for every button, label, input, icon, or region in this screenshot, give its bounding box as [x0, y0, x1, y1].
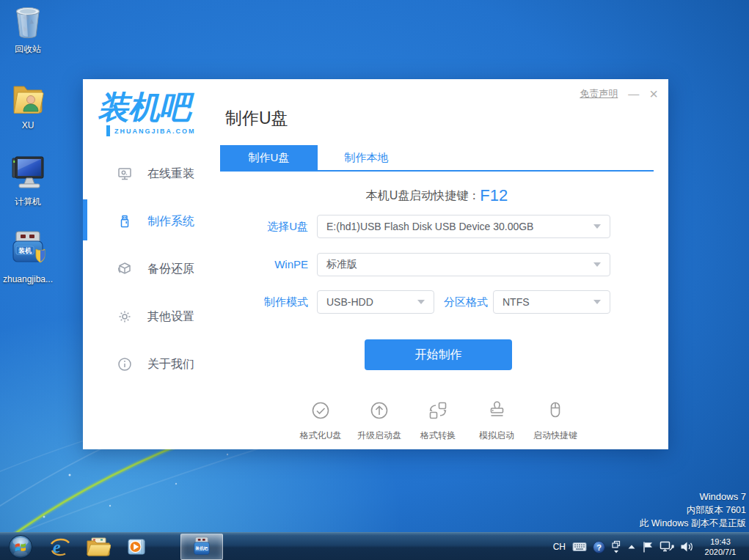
- desktop-icon-zhuangjiba[interactable]: 装机 zhuangjiba...: [0, 230, 56, 284]
- usb-select-dropdown[interactable]: E:(hd1)USB Flash Disk USB Device 30.00GB: [317, 215, 610, 238]
- windows-start-icon: [8, 534, 33, 559]
- language-bar-options-icon[interactable]: [608, 533, 624, 560]
- desktop-icon-label: XU: [0, 121, 56, 130]
- partition-format-label: 分区格式: [424, 290, 488, 314]
- minimize-button[interactable]: —: [628, 86, 639, 101]
- tool-upgrade-boot-disk[interactable]: 升级启动盘: [350, 399, 409, 442]
- usb-select-value: E:(hd1)USB Flash Disk USB Device 30.00GB: [326, 221, 533, 232]
- info-icon: [117, 356, 133, 372]
- input-help-icon[interactable]: ?: [590, 533, 608, 560]
- input-language-indicator[interactable]: CH: [549, 533, 569, 560]
- watermark-line: 内部版本 7601: [640, 504, 746, 517]
- keyboard-layout-icon[interactable]: [569, 533, 590, 560]
- tab-underline: [220, 170, 654, 172]
- disclaimer-link[interactable]: 免责声明: [580, 87, 618, 100]
- folder-icon: [86, 536, 111, 558]
- boot-hotkey-value: F12: [480, 186, 508, 205]
- zhuangjiba-app-window: 装机吧 ZHUANGJIBA.COM 制作U盘 免责声明 — × 在线重装 制作…: [83, 79, 668, 449]
- clock-time: 19:43: [696, 537, 745, 547]
- stamp-icon: [486, 399, 508, 421]
- desktop-icon-computer[interactable]: 计算机: [0, 155, 56, 207]
- sidebar-item-online-reinstall[interactable]: 在线重装: [83, 161, 222, 187]
- sidebar-item-make-system[interactable]: 制作系统: [83, 208, 222, 235]
- tool-format-convert[interactable]: 格式转换: [409, 399, 467, 442]
- usb-app-icon: 装机: [10, 230, 46, 270]
- taskbar-ie-button[interactable]: e: [41, 533, 79, 560]
- tab-label: 制作U盘: [249, 151, 290, 163]
- svg-text:装机: 装机: [18, 247, 32, 254]
- sidebar-item-label: 关于我们: [147, 357, 194, 372]
- winpe-value: 标准版: [326, 258, 357, 271]
- sidebar-item-label: 在线重装: [147, 166, 194, 182]
- tool-label: 格式化U盘: [291, 430, 350, 442]
- action-center-flag-icon[interactable]: [639, 533, 657, 560]
- boot-hotkey-line: 本机U盘启动快捷键：F12: [220, 186, 654, 205]
- desktop-icon-xu-folder[interactable]: XU: [0, 81, 56, 130]
- close-button[interactable]: ×: [649, 86, 658, 101]
- tool-label: 格式转换: [409, 430, 467, 442]
- make-mode-value: USB-HDD: [326, 296, 373, 308]
- make-mode-dropdown[interactable]: USB-HDD: [317, 290, 434, 314]
- recycle-bin-icon: [12, 4, 44, 40]
- taskbar-explorer-button[interactable]: [79, 533, 117, 560]
- winpe-label: WinPE: [230, 253, 308, 276]
- taskbar-app-label: 装机吧: [194, 546, 208, 551]
- app-logo-text: 装机吧: [98, 89, 215, 125]
- usb-app-icon: 装机吧: [192, 536, 211, 558]
- tool-boot-hotkey[interactable]: 启动快捷键: [526, 399, 585, 442]
- svg-text:?: ?: [596, 542, 602, 551]
- tool-simulate-boot[interactable]: 模拟启动: [467, 399, 526, 442]
- desktop-icon-label: 计算机: [0, 197, 56, 207]
- taskbar-zhuangjiba-app[interactable]: 装机吧: [180, 534, 223, 560]
- start-button-orb[interactable]: [0, 533, 41, 560]
- usb-drive-icon: [117, 213, 133, 229]
- app-logo-domain: ZHUANGJIBA.COM: [114, 128, 196, 135]
- taskbar-media-player-button[interactable]: [117, 533, 156, 560]
- winpe-dropdown[interactable]: 标准版: [317, 253, 610, 276]
- user-folder-icon: [11, 81, 45, 116]
- arrow-up-circle-icon: [368, 399, 390, 421]
- convert-icon: [427, 399, 449, 421]
- make-mode-label: 制作模式: [230, 290, 308, 314]
- chevron-down-icon: [593, 224, 601, 229]
- partition-format-value: NTFS: [503, 296, 530, 308]
- clock-date: 2020/7/1: [696, 547, 745, 557]
- tab-make-usb[interactable]: 制作U盘: [220, 145, 318, 170]
- logo-bar: [106, 125, 110, 136]
- sidebar-item-about-us[interactable]: 关于我们: [83, 351, 222, 377]
- media-player-icon: [125, 536, 147, 558]
- tab-label: 制作本地: [345, 151, 389, 163]
- tool-label: 启动快捷键: [526, 430, 585, 442]
- network-status-icon[interactable]: [657, 533, 677, 560]
- show-hidden-icons-button[interactable]: [624, 533, 639, 560]
- desktop-icon-label: 回收站: [0, 45, 56, 54]
- chevron-down-icon: [593, 300, 601, 304]
- mouse-icon: [544, 399, 566, 421]
- monitor-icon: [117, 166, 133, 182]
- computer-icon: [10, 155, 45, 192]
- windows-watermark: Windows 7 内部版本 7601 此 Windows 副本不是正版: [640, 490, 746, 530]
- sidebar-item-other-settings[interactable]: 其他设置: [83, 303, 222, 330]
- watermark-line: 此 Windows 副本不是正版: [640, 517, 746, 530]
- volume-icon[interactable]: [677, 533, 696, 560]
- backup-cube-icon: [117, 261, 133, 277]
- tool-label: 升级启动盘: [350, 430, 409, 442]
- internet-explorer-icon: e: [49, 536, 71, 558]
- taskbar-clock[interactable]: 19:43 2020/7/1: [696, 537, 749, 557]
- usb-select-label: 选择U盘: [230, 215, 308, 238]
- sidebar-item-label: 制作系统: [147, 214, 194, 229]
- desktop-icon-label: zhuangjiba...: [0, 275, 56, 284]
- sidebar-item-label: 备份还原: [147, 262, 194, 277]
- gear-icon: [117, 309, 133, 325]
- sidebar-item-backup-restore[interactable]: 备份还原: [83, 256, 222, 282]
- partition-format-dropdown[interactable]: NTFS: [493, 290, 610, 314]
- tool-format-usb[interactable]: 格式化U盘: [291, 399, 350, 442]
- check-circle-icon: [310, 399, 332, 421]
- start-make-button[interactable]: 开始制作: [365, 339, 512, 370]
- sidebar-item-label: 其他设置: [147, 309, 194, 325]
- chevron-down-icon: [593, 262, 601, 267]
- page-title: 制作U盘: [225, 107, 288, 130]
- boot-hotkey-label: 本机U盘启动快捷键：: [366, 189, 481, 202]
- tab-make-local[interactable]: 制作本地: [318, 145, 415, 170]
- desktop-icon-recycle-bin[interactable]: 回收站: [0, 4, 56, 54]
